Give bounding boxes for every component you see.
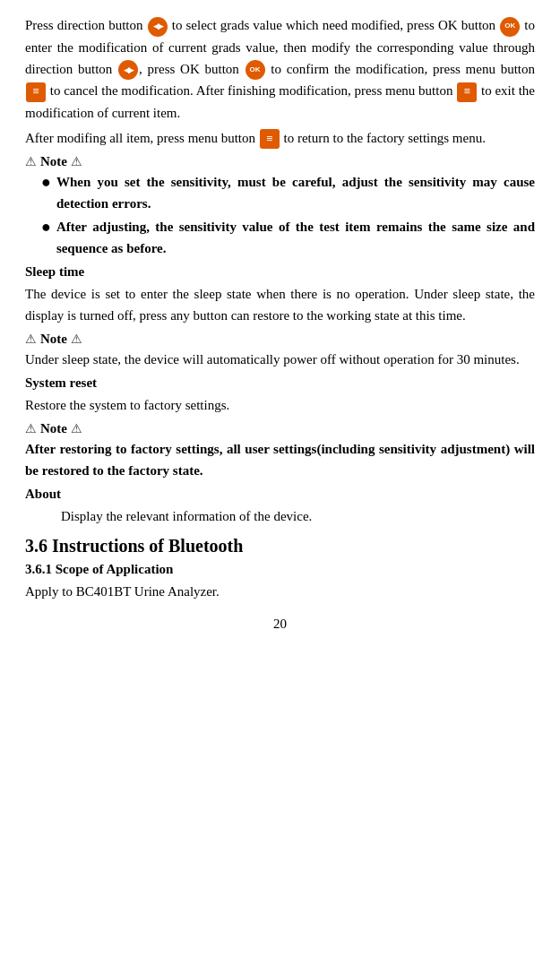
warning-icon-5: ⚠ — [25, 421, 37, 436]
bullet-item-1: ● When you set the sensitivity, must be … — [41, 171, 535, 214]
warning-icon-4: ⚠ — [71, 332, 82, 347]
bullet-text-2: After adjusting, the sensitivity value o… — [56, 216, 535, 259]
warning-icon-1: ⚠ — [25, 154, 37, 169]
section-361-heading: 3.6.1 Scope of Application — [25, 562, 535, 577]
bullet-text-1: When you set the sensitivity, must be ca… — [56, 171, 535, 214]
section-36-heading: 3.6 Instructions of Bluetooth — [25, 536, 535, 556]
direction-button-icon-2: ◀▶ — [118, 60, 138, 80]
note-bullets: ● When you set the sensitivity, must be … — [41, 171, 535, 259]
bullet-dot-1: ● — [41, 171, 51, 194]
ok-button-icon-1: OK — [500, 17, 520, 37]
bullet-dot-2: ● — [41, 216, 51, 238]
page-number: 20 — [25, 617, 535, 632]
direction-button-icon: ◀▶ — [148, 17, 168, 37]
system-reset-heading: System reset — [25, 375, 535, 391]
bullet-item-2: ● After adjusting, the sensitivity value… — [41, 216, 535, 259]
warning-icon-3: ⚠ — [25, 332, 37, 347]
note-section-3: ⚠ Note ⚠ — [25, 421, 535, 436]
note-label-3: Note — [40, 421, 67, 436]
note-section-1: ⚠ Note ⚠ — [25, 154, 535, 169]
menu-button-icon-2: ≡ — [457, 82, 477, 102]
menu-button-icon-3: ≡ — [260, 129, 280, 149]
about-heading: About — [25, 487, 535, 502]
note-label-2: Note — [40, 332, 67, 347]
ok-button-icon-2: OK — [246, 60, 265, 80]
paragraph-1: Press direction button ◀▶ to select grad… — [25, 14, 535, 124]
about-paragraph: Display the relevant information of the … — [61, 505, 535, 527]
warning-icon-6: ⚠ — [71, 421, 82, 436]
note-label-1: Note — [40, 154, 67, 169]
warning-icon-2: ⚠ — [71, 154, 82, 169]
system-reset-paragraph: Restore the system to factory settings. — [25, 394, 535, 416]
menu-button-icon-1: ≡ — [26, 82, 46, 102]
sleep-time-heading: Sleep time — [25, 264, 535, 280]
sleep-paragraph: The device is set to enter the sleep sta… — [25, 283, 535, 326]
system-reset-note: After restoring to factory settings, all… — [25, 438, 535, 481]
paragraph-2: After modifing all item, press menu butt… — [25, 127, 535, 150]
note-section-2: ⚠ Note ⚠ — [25, 332, 535, 347]
section-361-paragraph: Apply to BC401BT Urine Analyzer. — [25, 581, 535, 602]
sleep-note-paragraph: Under sleep state, the device will autom… — [25, 349, 535, 370]
